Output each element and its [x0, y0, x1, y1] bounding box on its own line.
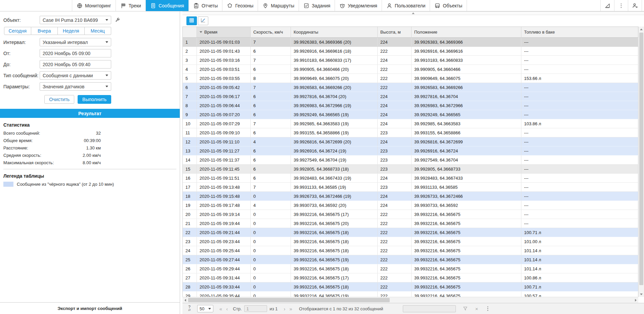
horizontal-scroll-thumb[interactable] — [188, 298, 390, 302]
stat-value: 00:39:00 — [63, 138, 101, 143]
funnel-icon[interactable] — [463, 306, 468, 311]
table-row[interactable]: 132020-11-05 09:11:27639.9926916, 64.367… — [183, 146, 638, 155]
field-msg-type-select[interactable]: Сообщения с данными — [40, 71, 111, 80]
table-row[interactable]: 42020-11-05 09:03:51639.990905, 64.36604… — [183, 65, 638, 74]
clear-filter-icon[interactable]: × — [475, 306, 478, 312]
field-to-input[interactable]: 2020 Ноябрь 05 09:40 — [40, 60, 111, 69]
column-header-speed[interactable]: Скорость, км/ч — [251, 27, 291, 37]
table-row[interactable]: 242020-11-05 09:25:44039.9932216, 64.365… — [183, 246, 638, 255]
table-row[interactable]: 92020-11-05 09:07:20639.9929249, 64.3665… — [183, 110, 638, 119]
tab-tracks[interactable]: Треки — [116, 0, 145, 11]
scroll-left-icon[interactable] — [182, 297, 188, 303]
table-row[interactable]: 112020-11-05 09:09:10639.993155, 64.3658… — [183, 128, 638, 137]
execute-button[interactable]: Выполнить — [78, 95, 111, 104]
next-page-button[interactable]: › — [283, 306, 286, 312]
more-button[interactable] — [614, 0, 628, 11]
tab-messages[interactable]: Сообщения — [145, 0, 188, 11]
table-row[interactable]: 152020-11-05 09:11:45639.992805, 64.3668… — [183, 165, 638, 174]
first-page-button[interactable]: « — [219, 306, 223, 312]
table-row[interactable]: 202020-11-05 09:19:14039.9932216, 64.365… — [183, 210, 638, 219]
table-view-button[interactable] — [186, 16, 197, 25]
vertical-scrollbar[interactable] — [638, 27, 644, 297]
tab-tasks[interactable]: Задания — [299, 0, 335, 11]
table-row[interactable]: 62020-11-05 09:05:42739.9926583, 64.3669… — [183, 83, 638, 92]
tab-monitoring[interactable]: Мониторинг — [72, 0, 116, 11]
quick-range-сегодня[interactable]: Сегодня — [4, 27, 31, 35]
table-row[interactable]: 232020-11-05 09:23:44039.9932216, 64.365… — [183, 237, 638, 246]
cell-pos: 39.9932216, 64.365675 — [412, 255, 521, 264]
filter-input[interactable] — [403, 305, 456, 312]
table-row[interactable]: 12020-11-05 09:01:03739.9926383, 64.3669… — [183, 38, 638, 47]
table-row[interactable]: 252020-11-05 09:27:44039.9932216, 64.365… — [183, 255, 638, 264]
column-header-coords[interactable]: Координаты — [291, 27, 378, 37]
tab-units[interactable]: Объекты — [430, 0, 467, 11]
table-row[interactable]: 162020-11-05 09:11:51639.9928483, 64.366… — [183, 174, 638, 183]
table-row[interactable]: 172020-11-05 09:13:48739.9931133, 64.365… — [183, 183, 638, 192]
horizontal-scrollbar[interactable] — [182, 297, 638, 303]
prev-page-button[interactable]: ‹ — [225, 306, 228, 312]
measure-button[interactable] — [600, 0, 614, 11]
more-options-icon[interactable] — [485, 306, 491, 312]
table-row[interactable]: 22020-11-05 09:01:43639.9926916, 64.3669… — [183, 47, 638, 56]
cell-n: 20 — [183, 210, 197, 219]
tab-notifications[interactable]: Уведомления — [335, 0, 382, 11]
column-header-alt[interactable]: Высота, м — [378, 27, 412, 37]
page-input[interactable]: 1 — [244, 305, 267, 312]
last-page-button[interactable]: » — [289, 306, 293, 312]
column-header-n[interactable] — [183, 27, 197, 37]
scroll-down-icon[interactable] — [639, 291, 644, 297]
cell-fuel: --- — [521, 38, 638, 46]
table-row[interactable]: 52020-11-05 09:03:55839.9909649, 64.3660… — [183, 74, 638, 83]
chart-view-button[interactable] — [198, 16, 208, 25]
table-row[interactable]: 272020-11-05 09:31:44039.9932216, 64.365… — [183, 273, 638, 282]
cell-alt: 222 — [378, 74, 412, 83]
hint-icon[interactable]: ?⇄ — [186, 306, 193, 312]
quick-range-неделя[interactable]: Неделя — [58, 27, 85, 35]
legend-title: Легенда таблицы — [3, 173, 176, 179]
column-header-pos[interactable]: Положение — [412, 27, 521, 37]
tab-users[interactable]: Пользователи — [382, 0, 430, 11]
table-row[interactable]: 72020-11-05 09:06:17639.9927816, 64.3670… — [183, 92, 638, 101]
table-row[interactable]: 102020-11-05 09:07:29739.992985, 64.3663… — [183, 119, 638, 128]
table-row[interactable]: 222020-11-05 09:21:44039.9932216, 64.365… — [183, 228, 638, 237]
table-row[interactable]: 32020-11-05 09:03:16739.9910183, 64.3660… — [183, 56, 638, 65]
table-row[interactable]: 82020-11-05 09:06:44639.9926983, 64.3672… — [183, 101, 638, 110]
table-row[interactable]: 292020-11-05 09:35:44039.9932216, 64.365… — [183, 291, 638, 297]
clear-button[interactable]: Очистить — [44, 95, 74, 104]
cell-coords: 39.9931133, 64.36585 (19) — [291, 183, 378, 191]
field-params-select[interactable]: Значения датчиков — [40, 82, 111, 91]
vertical-scroll-thumb[interactable] — [639, 33, 643, 285]
cell-alt: 222 — [378, 291, 412, 297]
page-size-select[interactable]: 50 — [197, 305, 213, 312]
collapse-strip[interactable] — [182, 11, 644, 15]
table-row[interactable]: 192020-11-05 09:17:48439.9930733, 64.365… — [183, 201, 638, 210]
cell-coords: 39.9928483, 64.3667433 (19) — [291, 174, 378, 182]
wrench-icon[interactable] — [115, 17, 120, 23]
table-row[interactable]: 182020-11-05 09:15:48039.9926733, 64.367… — [183, 192, 638, 201]
field-interval-select[interactable]: Указанный интервал — [40, 38, 111, 46]
quick-range-месяц[interactable]: Месяц — [85, 27, 112, 35]
column-header-fuel[interactable]: Топливо в баке — [521, 27, 638, 37]
tab-geofences[interactable]: Геозоны — [222, 0, 258, 11]
session-button[interactable] — [628, 0, 642, 11]
cell-n: 16 — [183, 174, 197, 182]
table-row[interactable]: 212020-11-05 09:19:44039.9932216, 64.365… — [183, 219, 638, 228]
tab-routes[interactable]: Маршруты — [258, 0, 299, 11]
geofence-icon — [227, 3, 233, 9]
cell-n: 22 — [183, 228, 197, 237]
quick-range-вчера[interactable]: Вчера — [31, 27, 58, 35]
table-row[interactable]: 282020-11-05 09:33:44039.9932216, 64.365… — [183, 282, 638, 291]
object-select[interactable]: Case IH Puma 210 BA699 — [40, 16, 111, 24]
export-import-link[interactable]: Экспорт и импорт сообщений — [0, 302, 180, 314]
column-header-time[interactable]: Время — [197, 27, 251, 37]
cell-coords: 39.993155, 64.3658866 (19) — [291, 128, 378, 137]
table-row[interactable]: 122020-11-05 09:11:10439.9926816, 64.367… — [183, 137, 638, 146]
field-from-input[interactable]: 2020 Ноябрь 05 09:00 — [40, 49, 111, 57]
tab-reports[interactable]: Отчеты — [188, 0, 222, 11]
cell-alt: 223 — [378, 128, 412, 137]
stat-value: 8.00 км/ч — [63, 160, 101, 165]
table-row[interactable]: 262020-11-05 09:29:44039.9932216, 64.365… — [183, 264, 638, 273]
table-row[interactable]: 142020-11-05 09:11:37639.9927549, 64.367… — [183, 155, 638, 165]
scroll-right-icon[interactable] — [633, 297, 638, 303]
scroll-up-icon[interactable] — [639, 27, 644, 32]
